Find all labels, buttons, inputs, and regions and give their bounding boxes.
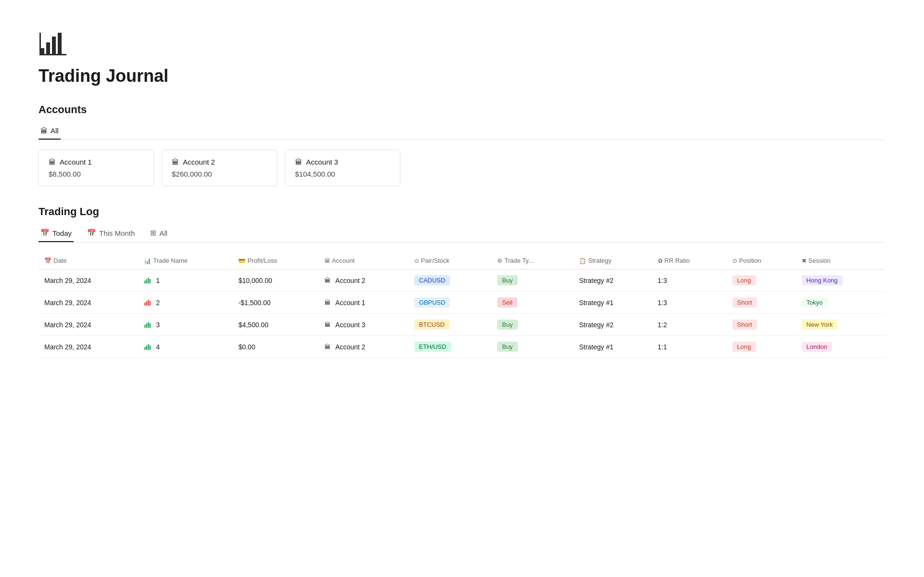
svg-rect-8 (148, 278, 149, 283)
account-card-1[interactable]: 🏛 Account 1 $8,500.00 (38, 150, 154, 186)
cell-profit-loss-2: $4,500.00 (232, 314, 318, 336)
account-card-title-2: 🏛 Account 2 (172, 158, 267, 166)
svg-rect-21 (150, 346, 151, 350)
cell-trade-name-0: 1 (138, 269, 232, 292)
cell-trade-name-1: 2 (138, 292, 232, 314)
account-card-title-3: 🏛 Account 3 (295, 158, 390, 166)
tab-accounts-all[interactable]: 🏛 All (38, 123, 61, 140)
svg-rect-9 (150, 279, 151, 283)
cell-strategy-2: Strategy #2 (573, 314, 652, 336)
svg-rect-7 (146, 279, 148, 283)
tab-this-month[interactable]: 📅 This Month (85, 225, 137, 242)
account-card-2[interactable]: 🏛 Account 2 $260,000.00 (162, 150, 277, 186)
logo (38, 29, 886, 66)
col-trade-type: ⚙Trade Ty... (491, 252, 573, 269)
cell-rr-ratio-0: 1:3 (652, 269, 727, 292)
cell-date-0: March 29, 2024 (38, 269, 138, 292)
table-row[interactable]: March 29, 2024 2 -$1,500.00 🏛Account 1 G… (38, 292, 886, 314)
account-card-value-3: $104,500.00 (295, 170, 390, 178)
cell-strategy-0: Strategy #2 (573, 269, 652, 292)
cell-date-2: March 29, 2024 (38, 314, 138, 336)
cell-strategy-1: Strategy #1 (573, 292, 652, 314)
cell-date-1: March 29, 2024 (38, 292, 138, 314)
grid-icon: ⊞ (150, 229, 156, 237)
accounts-section: Accounts 🏛 All 🏛 Account 1 $8,500.00 🏛 A… (38, 103, 886, 186)
svg-rect-4 (39, 54, 66, 55)
table-row[interactable]: March 29, 2024 3 $4,500.00 🏛Account 3 BT… (38, 314, 886, 336)
cell-strategy-3: Strategy #1 (573, 336, 652, 358)
tab-all[interactable]: ⊞ All (148, 225, 169, 242)
cell-rr-ratio-3: 1:1 (652, 336, 727, 358)
accounts-tabs: 🏛 All (38, 123, 886, 140)
cell-pair-2: BTCUSD (409, 314, 492, 336)
svg-rect-2 (52, 37, 56, 54)
cell-account-0: 🏛Account 2 (319, 269, 409, 292)
cell-account-2: 🏛Account 3 (319, 314, 409, 336)
cell-profit-loss-0: $10,000.00 (232, 269, 318, 292)
svg-rect-14 (144, 325, 146, 328)
cell-pair-1: GBPUSD (409, 292, 492, 314)
account-card-3[interactable]: 🏛 Account 3 $104,500.00 (285, 150, 400, 186)
col-trade-name: 📊Trade Name (138, 252, 232, 269)
svg-rect-16 (148, 322, 149, 328)
bank-icon: 🏛 (40, 127, 48, 135)
svg-rect-12 (148, 300, 149, 306)
col-session: ✖Session (796, 252, 886, 269)
cell-pair-3: ETH/USD (409, 336, 492, 358)
svg-rect-17 (150, 323, 151, 328)
cell-session-2: New York (796, 314, 886, 336)
cell-trade-type-0: Buy (491, 269, 573, 292)
svg-rect-19 (146, 346, 148, 350)
bank-icon-2: 🏛 (172, 158, 179, 166)
svg-rect-10 (144, 303, 146, 306)
cell-profit-loss-1: -$1,500.00 (232, 292, 318, 314)
accounts-title: Accounts (38, 103, 886, 116)
svg-rect-1 (46, 42, 50, 54)
svg-rect-5 (39, 33, 41, 54)
cell-account-3: 🏛Account 2 (319, 336, 409, 358)
trading-log-table: 📅Date 📊Trade Name 💳Profit/Loss 🏛Account … (38, 252, 886, 358)
col-position: ⊙Position (727, 252, 796, 269)
svg-rect-18 (144, 347, 146, 350)
cell-position-3: Long (727, 336, 796, 358)
table-header-row: 📅Date 📊Trade Name 💳Profit/Loss 🏛Account … (38, 252, 886, 269)
col-pair-stock: ⊙Pair/Stock (409, 252, 492, 269)
cell-rr-ratio-2: 1:2 (652, 314, 727, 336)
svg-rect-6 (144, 281, 146, 283)
col-rr-ratio: ✿RR Ratio (652, 252, 727, 269)
bank-icon-3: 🏛 (295, 158, 302, 166)
svg-rect-3 (58, 33, 62, 54)
trading-log-tabs: 📅 Today 📅 This Month ⊞ All (38, 225, 886, 243)
cell-trade-name-3: 4 (138, 336, 232, 358)
svg-rect-0 (40, 48, 44, 54)
cell-trade-type-3: Buy (491, 336, 573, 358)
cell-pair-0: CADUSD (409, 269, 492, 292)
calendar-icon-month: 📅 (87, 229, 96, 237)
account-card-value-1: $8,500.00 (49, 170, 144, 178)
trading-log-table-container: 📅Date 📊Trade Name 💳Profit/Loss 🏛Account … (38, 252, 886, 358)
cell-position-0: Long (727, 269, 796, 292)
svg-rect-11 (146, 301, 148, 306)
cell-account-1: 🏛Account 1 (319, 292, 409, 314)
table-row[interactable]: March 29, 2024 1 $10,000.00 🏛Account 2 C… (38, 269, 886, 292)
cell-profit-loss-3: $0.00 (232, 336, 318, 358)
cell-session-0: Hong Kong (796, 269, 886, 292)
bank-icon-1: 🏛 (49, 158, 56, 166)
tab-today[interactable]: 📅 Today (38, 225, 74, 242)
trading-log-section: Trading Log 📅 Today 📅 This Month ⊞ All 📅… (38, 205, 886, 358)
cell-session-1: Tokyo (796, 292, 886, 314)
col-profit-loss: 💳Profit/Loss (232, 252, 318, 269)
cell-trade-type-1: Sell (491, 292, 573, 314)
cell-date-3: March 29, 2024 (38, 336, 138, 358)
calendar-icon-today: 📅 (40, 229, 50, 237)
accounts-grid: 🏛 Account 1 $8,500.00 🏛 Account 2 $260,0… (38, 150, 886, 186)
cell-session-3: London (796, 336, 886, 358)
col-date: 📅Date (38, 252, 138, 269)
cell-position-1: Short (727, 292, 796, 314)
cell-rr-ratio-1: 1:3 (652, 292, 727, 314)
cell-trade-type-2: Buy (491, 314, 573, 336)
col-account: 🏛Account (319, 252, 409, 269)
account-card-value-2: $260,000.00 (172, 170, 267, 178)
table-row[interactable]: March 29, 2024 4 $0.00 🏛Account 2 ETH/US… (38, 336, 886, 358)
cell-trade-name-2: 3 (138, 314, 232, 336)
